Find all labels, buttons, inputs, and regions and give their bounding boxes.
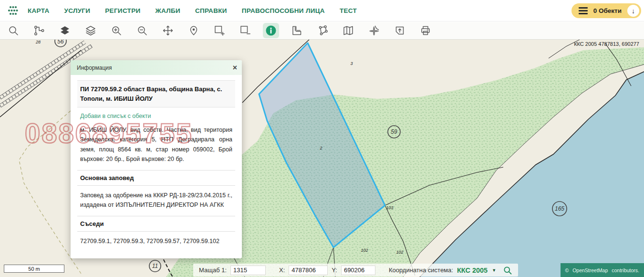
scale-input[interactable] xyxy=(230,266,266,275)
section-heading-order: Основна заповед xyxy=(77,170,235,186)
download-arrow-button[interactable]: ↓ xyxy=(627,5,639,17)
parcel-num-28: 28 xyxy=(35,40,41,44)
coordinates-search-button[interactable] xyxy=(503,266,512,275)
tool-location[interactable] xyxy=(186,23,202,38)
location-pin-icon xyxy=(188,25,199,36)
map-canvas[interactable]: 56 59 165 11 28 3 2 103 102 102 ККС 2005… xyxy=(0,40,644,277)
layers-filled-icon xyxy=(59,25,71,36)
parcel-num-2: 2 xyxy=(319,146,322,150)
print-icon xyxy=(420,25,431,36)
layers-icon xyxy=(85,25,96,36)
tool-measure-area[interactable] xyxy=(314,23,331,38)
objects-count-label: 0 Обекти xyxy=(593,7,622,14)
menu-item-karta[interactable]: КАРТА xyxy=(28,7,49,14)
apps-grid-button[interactable] xyxy=(6,4,19,17)
section-text-order: Заповед за одобрение на КККР РД-18-29/23… xyxy=(77,186,235,216)
tool-select-remove[interactable] xyxy=(237,23,253,38)
menu-item-spravki[interactable]: СПРАВКИ xyxy=(195,7,227,14)
parcel-num-103: 103 xyxy=(386,205,393,210)
apps-grid-icon xyxy=(6,5,19,16)
tool-zoom-out[interactable] xyxy=(134,23,150,38)
map-statusbar: Мащаб 1: X: Y: Координатна система: ККС … xyxy=(193,264,518,277)
menu-item-zhalbi[interactable]: ЖАЛБИ xyxy=(155,7,180,14)
menu-item-test[interactable]: ТЕСТ xyxy=(340,7,357,14)
y-label: Y: xyxy=(332,266,337,274)
download-arrow-icon: ↓ xyxy=(632,7,635,15)
chevron-down-icon: ▼ xyxy=(492,268,496,273)
select-remove-icon xyxy=(239,25,251,36)
tool-pan[interactable] xyxy=(160,23,176,38)
topology-icon xyxy=(33,25,45,36)
parcel-num-102a: 102 xyxy=(361,248,368,253)
info-popup: Информация × ПИ 72709.59.2 област Варна,… xyxy=(71,60,242,258)
zoom-out-icon xyxy=(136,25,148,36)
map-toolbar xyxy=(0,22,644,40)
search-icon xyxy=(503,266,512,275)
pan-icon xyxy=(162,25,174,36)
section-text-neighbours: 72709.59.1, 72709.59.3, 72709.59.57, 727… xyxy=(77,232,235,252)
scale-label: Мащаб 1: xyxy=(199,266,227,274)
y-coordinate-input[interactable] xyxy=(341,266,375,275)
tool-layers[interactable] xyxy=(83,23,99,38)
parcel-num-102b: 102 xyxy=(396,250,403,255)
main-menu: КАРТА УСЛУГИ РЕГИСТРИ ЖАЛБИ СПРАВКИ ПРАВ… xyxy=(28,7,357,14)
info-popup-header: Информация × xyxy=(71,60,242,75)
info-icon xyxy=(265,25,277,36)
crs-dropdown[interactable]: ККС 2005 ▼ xyxy=(457,266,496,274)
tool-zoom-in[interactable] xyxy=(108,23,125,38)
tool-search[interactable] xyxy=(5,23,21,38)
tool-measure-length[interactable] xyxy=(289,23,305,38)
tool-info[interactable] xyxy=(263,23,279,38)
sheet-label-56: 56 xyxy=(57,40,64,45)
property-title: ПИ 72709.59.2 област Варна, община Варна… xyxy=(77,80,235,107)
sheet-label-59: 59 xyxy=(391,128,397,135)
menu-item-pravosposobni-litsa[interactable]: ПРАВОСПОСОБНИ ЛИЦА xyxy=(242,7,325,14)
measure-length-icon xyxy=(291,25,302,36)
tool-layers-filled[interactable] xyxy=(57,23,73,38)
tool-export[interactable] xyxy=(392,23,408,38)
add-to-objects-link[interactable]: Добави в списък с обекти xyxy=(80,113,151,119)
tool-topology[interactable] xyxy=(31,23,47,38)
hamburger-icon xyxy=(579,7,588,14)
scale-bar-label: 50 m xyxy=(28,266,40,272)
objects-list-button[interactable]: 0 Обекти ↓ xyxy=(571,3,641,18)
select-add-icon xyxy=(214,25,225,36)
map-sheets-icon xyxy=(343,25,354,36)
top-navigation-bar: КАРТА УСЛУГИ РЕГИСТРИ ЖАЛБИ СПРАВКИ ПРАВ… xyxy=(0,0,644,21)
cursor-coordinates-readout: ККС 2005 4787813, 690277 xyxy=(574,41,639,47)
tool-print[interactable] xyxy=(417,23,434,38)
zoom-in-icon xyxy=(111,25,122,36)
property-description: м. ИБИШ ЙОЛУ, вид собств. Частна, вид те… xyxy=(80,125,232,164)
scale-bar: 50 m xyxy=(4,265,64,273)
x-coordinate-input[interactable] xyxy=(289,266,328,275)
sheet-label-11: 11 xyxy=(152,263,158,269)
map-attribution[interactable]: © OpenStreetMap contributors. xyxy=(561,263,644,277)
menu-item-uslugi[interactable]: УСЛУГИ xyxy=(64,7,90,14)
parcel-num-3: 3 xyxy=(350,61,353,66)
measure-area-icon xyxy=(317,25,328,36)
popup-title: Информация xyxy=(77,64,233,71)
crs-selected-value: ККС 2005 xyxy=(457,266,488,274)
tool-map-sheets[interactable] xyxy=(340,23,356,38)
tool-coordinate-grid[interactable] xyxy=(366,23,382,38)
crs-label: Координатна система: xyxy=(389,266,453,274)
x-label: X: xyxy=(279,266,285,274)
close-icon[interactable]: × xyxy=(233,64,237,72)
info-popup-body: ПИ 72709.59.2 област Варна, община Варна… xyxy=(71,75,242,258)
export-icon xyxy=(394,25,405,36)
tool-select-add[interactable] xyxy=(211,23,228,38)
search-icon xyxy=(8,25,19,36)
coordinate-grid-icon xyxy=(368,25,380,36)
sheet-label-165: 165 xyxy=(555,205,564,212)
section-heading-neighbours: Съседи xyxy=(77,216,235,232)
menu-item-registri[interactable]: РЕГИСТРИ xyxy=(105,7,140,14)
